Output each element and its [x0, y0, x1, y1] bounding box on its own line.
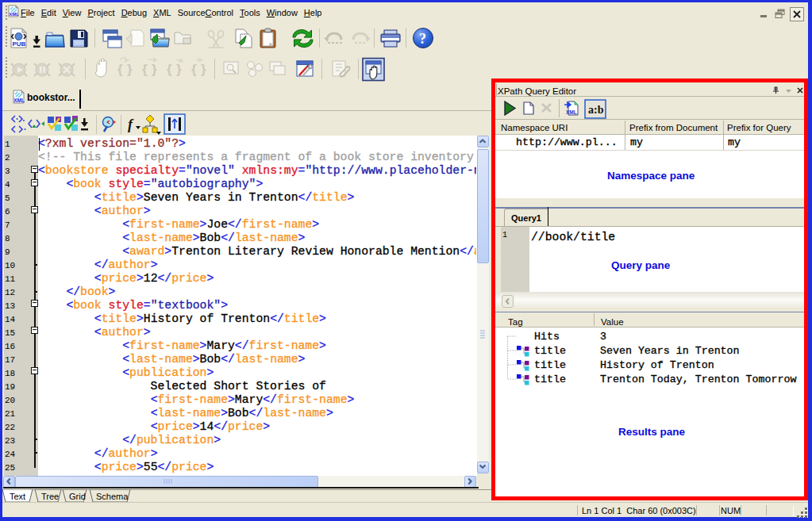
svg-text:{: {: [191, 62, 197, 77]
svg-text:XML: XML: [13, 98, 25, 103]
svg-text:Schema: Schema: [96, 492, 129, 501]
svg-text:Text: Text: [10, 492, 25, 501]
svg-text:}: }: [176, 62, 182, 77]
svg-text:Tree: Tree: [41, 492, 59, 501]
svg-text:{: {: [142, 62, 148, 77]
svg-text:Grid: Grid: [69, 492, 86, 501]
svg-text:XML: XML: [9, 12, 19, 17]
svg-text:{: {: [167, 62, 172, 77]
svg-text:}: }: [152, 62, 157, 77]
svg-text:}: }: [201, 62, 206, 77]
svg-text:a:b: a:b: [588, 104, 604, 116]
svg-text:PUB: PUB: [13, 40, 26, 48]
svg-text:}: }: [127, 62, 133, 77]
svg-text:f: f: [128, 117, 134, 132]
svg-text:?: ?: [419, 31, 426, 47]
svg-text:XML: XML: [566, 109, 577, 115]
svg-text:{: {: [117, 62, 123, 77]
